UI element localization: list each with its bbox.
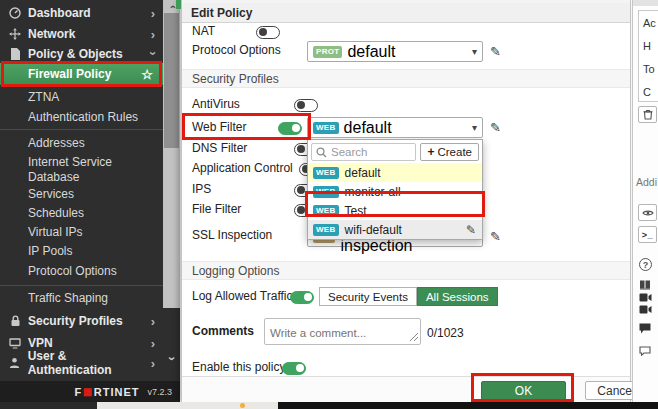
search-input[interactable] <box>331 146 411 158</box>
sidebar-item-ztna[interactable]: ZTNA <box>0 87 163 107</box>
scrollbar-thumb[interactable] <box>164 13 179 148</box>
nat-toggle[interactable] <box>256 26 280 39</box>
edit-web-filter-pencil-icon[interactable]: ✎ <box>490 120 501 135</box>
dropdown-item-default[interactable]: WEB default <box>308 163 482 182</box>
edit-pencil-icon[interactable]: ✎ <box>466 223 476 237</box>
right-panel-top-bar <box>633 0 658 6</box>
comments-label: Comments <box>192 324 254 338</box>
sidebar-item-label: Firewall Policy <box>28 67 111 81</box>
protocol-options-label: Protocol Options <box>192 43 281 57</box>
visibility-button[interactable] <box>638 204 657 221</box>
web-filter-toggle[interactable] <box>278 122 302 135</box>
dropdown-item-test[interactable]: WEB Test <box>308 201 482 220</box>
sidebar-item-ip-pools[interactable]: IP Pools <box>0 241 163 260</box>
sidebar-item-label: Addresses <box>28 136 85 150</box>
cropped-field-label: To <box>639 57 658 80</box>
chevron-down-icon: › <box>146 51 159 55</box>
trash-icon <box>643 109 653 120</box>
resize-grip-icon[interactable] <box>408 331 418 341</box>
logo-o-icon: ▦ <box>83 386 93 397</box>
video-tutorial-link[interactable] <box>639 293 652 302</box>
video-tutorial-link[interactable] <box>639 305 652 314</box>
sidebar-item-dashboard[interactable]: Dashboard › <box>0 2 163 24</box>
fortigate-app: Dashboard › Network › Policy & Objects ›… <box>0 0 658 409</box>
additional-label: Addi <box>636 176 657 188</box>
log-allowed-traffic-label: Log Allowed Traffic <box>192 289 293 303</box>
bottom-strip-light <box>97 402 278 409</box>
sidebar-item-security-profiles[interactable]: Security Profiles › <box>0 311 163 331</box>
chat-bubble-icon <box>639 323 652 334</box>
sidebar-item-protocol-options[interactable]: Protocol Options <box>0 260 163 282</box>
sidebar-item-services[interactable]: Services <box>0 185 163 203</box>
right-panel-card: Ac H To C <box>638 10 658 102</box>
edit-protocol-pencil-icon[interactable]: ✎ <box>490 44 501 59</box>
ok-button[interactable]: OK <box>481 381 566 400</box>
protocol-options-select[interactable]: PROT default ▾ <box>307 41 483 62</box>
sidebar-item-label: Policy & Objects <box>28 47 123 61</box>
web-badge: WEB <box>313 122 339 134</box>
sidebar-item-firewall-policy[interactable]: Firewall Policy ☆ <box>0 63 163 85</box>
sidebar-item-addresses[interactable]: Addresses <box>0 133 163 153</box>
sidebar-item-label: Authentication Rules <box>28 110 138 124</box>
protocol-options-value: default <box>347 43 395 61</box>
sidebar-item-traffic-shaping[interactable]: Traffic Shaping <box>0 288 163 308</box>
move-arrows-icon <box>8 28 22 40</box>
comments-counter: 0/1023 <box>427 326 464 340</box>
comment-link[interactable] <box>639 346 651 356</box>
chevron-right-icon: › <box>151 357 155 370</box>
help-button[interactable]: ? <box>639 258 652 271</box>
sidebar-item-user-authentication[interactable]: User & Authentication › <box>0 353 163 373</box>
sidebar-item-policy-objects[interactable]: Policy & Objects › <box>0 44 163 63</box>
dropdown-item-wifi-default[interactable]: WEB wifi-default ✎ <box>308 220 482 239</box>
question-circle-icon: ? <box>639 258 652 271</box>
sidebar-item-network[interactable]: Network › <box>0 24 163 44</box>
book-icon <box>639 279 651 290</box>
enable-policy-label: Enable this policy <box>192 360 285 374</box>
ssl-inspection-label: SSL Inspection <box>192 228 272 242</box>
sidebar-item-authentication-rules[interactable]: Authentication Rules <box>0 107 163 127</box>
cropped-field-label: C <box>639 80 658 103</box>
sidebar-item-label: Internet Service Database <box>28 154 138 185</box>
chevron-right-icon: › <box>151 315 155 328</box>
web-filter-select[interactable]: WEB default ▾ <box>307 117 483 138</box>
comments-box[interactable] <box>264 318 421 345</box>
antivirus-toggle[interactable] <box>294 99 318 112</box>
star-icon[interactable]: ☆ <box>141 67 153 82</box>
all-sessions-button[interactable]: All Sessions <box>417 287 498 306</box>
plus-icon: + <box>427 145 434 159</box>
bottom-edge-strip <box>0 402 658 409</box>
edit-ssl-pencil-icon[interactable]: ✎ <box>490 229 501 244</box>
video-camera-icon <box>639 293 652 302</box>
ips-label: IPS <box>192 182 211 196</box>
log-allowed-traffic-toggle[interactable] <box>290 291 314 304</box>
user-icon <box>8 357 22 369</box>
sidebar-scrollbar[interactable]: › <box>163 0 180 308</box>
search-icon <box>316 147 327 158</box>
scroll-down-icon[interactable]: › <box>165 356 179 372</box>
sidebar-item-label: Dashboard <box>28 6 91 20</box>
panel-title: Edit Policy <box>182 3 630 23</box>
dropdown-search[interactable] <box>311 143 416 161</box>
chevron-right-icon: › <box>151 337 155 350</box>
comments-input[interactable] <box>270 327 390 339</box>
sidebar-item-schedules[interactable]: Schedules <box>0 203 163 222</box>
dropdown-item-label: Test <box>345 204 367 218</box>
documentation-link[interactable] <box>639 279 651 290</box>
create-button[interactable]: + Create <box>420 143 479 161</box>
security-events-button[interactable]: Security Events <box>319 287 417 306</box>
delete-button[interactable] <box>638 106 657 123</box>
sidebar-item-virtual-ips[interactable]: Virtual IPs <box>0 222 163 241</box>
enable-policy-toggle[interactable] <box>282 362 306 375</box>
sidebar-item-label: IP Pools <box>28 244 72 258</box>
sidebar-item-internet-service-database[interactable]: Internet Service Database <box>0 153 163 185</box>
log-mode-segmented: Security Events All Sessions <box>319 287 498 306</box>
bottom-strip-dark <box>0 402 97 409</box>
sidebar-item-label: VPN <box>28 336 53 350</box>
feedback-link[interactable] <box>639 323 652 334</box>
speech-bubble-icon <box>639 346 651 356</box>
dropdown-item-monitor-all[interactable]: WEB monitor-all <box>308 182 482 201</box>
gauge-icon <box>8 7 22 19</box>
cli-console-button[interactable]: >_ <box>638 226 657 243</box>
firmware-version: v7.2.3 <box>147 387 172 397</box>
monitor-icon <box>8 338 22 349</box>
